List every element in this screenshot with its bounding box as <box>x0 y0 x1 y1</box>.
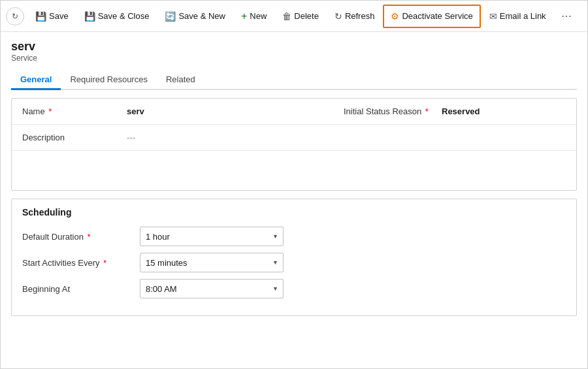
more-icon: ⋯ <box>561 10 572 22</box>
scheduling-section: Scheduling Default Duration * 1 hour 30 … <box>11 199 577 316</box>
description-value[interactable]: --- <box>127 133 344 142</box>
initial-status-required: * <box>425 106 429 116</box>
save-button[interactable]: 💾 Save <box>28 5 76 28</box>
beginning-at-wrapper: 8:00 AM 9:00 AM 7:00 AM <box>140 279 284 298</box>
save-close-button[interactable]: 💾 Save & Close <box>77 5 157 28</box>
description-row: Description --- <box>12 125 576 151</box>
beginning-at-select[interactable]: 8:00 AM 9:00 AM 7:00 AM <box>140 279 284 298</box>
start-activities-required: * <box>103 258 106 268</box>
beginning-at-label: Beginning At <box>22 284 140 294</box>
new-label: New <box>250 11 267 21</box>
save-new-icon: 🔄 <box>165 11 176 22</box>
deactivate-icon: ⚙ <box>391 11 399 22</box>
start-activities-label: Start Activities Every * <box>22 258 140 268</box>
deactivate-label: Deactivate Service <box>402 11 472 21</box>
default-duration-required: * <box>88 232 91 242</box>
save-close-icon: 💾 <box>84 11 95 22</box>
default-duration-row: Default Duration * 1 hour 30 minutes 2 h… <box>22 227 566 246</box>
record-title: serv Service <box>11 40 577 69</box>
save-new-label: Save & New <box>178 11 225 21</box>
scheduling-title: Scheduling <box>22 207 566 217</box>
name-required-indicator: * <box>48 106 52 116</box>
save-close-label: Save & Close <box>98 11 150 21</box>
name-row: Name * serv Initial Status Reason * Rese… <box>12 99 576 125</box>
default-duration-select[interactable]: 1 hour 30 minutes 2 hours 4 hours <box>140 227 284 246</box>
refresh-label: Refresh <box>345 11 375 21</box>
tabs: General Required Resources Related <box>11 71 577 90</box>
name-value[interactable]: serv <box>127 106 344 116</box>
delete-icon: 🗑 <box>282 11 291 22</box>
initial-status-label: Initial Status Reason * <box>344 106 442 116</box>
start-activities-wrapper: 15 minutes 30 minutes 1 hour <box>140 253 284 272</box>
spacer-row <box>12 151 576 190</box>
start-activities-select[interactable]: 15 minutes 30 minutes 1 hour <box>140 253 284 272</box>
new-button[interactable]: + New <box>234 5 274 28</box>
tab-related[interactable]: Related <box>157 71 204 90</box>
default-duration-wrapper: 1 hour 30 minutes 2 hours 4 hours <box>140 227 284 246</box>
name-label: Name * <box>22 106 127 116</box>
description-label: Description <box>22 133 127 142</box>
back-icon: ↻ <box>12 12 18 21</box>
back-button[interactable]: ↻ <box>6 7 24 25</box>
default-duration-label: Default Duration * <box>22 232 140 242</box>
save-new-button[interactable]: 🔄 Save & New <box>157 5 233 28</box>
save-label: Save <box>49 11 69 21</box>
start-activities-row: Start Activities Every * 15 minutes 30 m… <box>22 253 566 272</box>
tab-required-resources[interactable]: Required Resources <box>61 71 157 90</box>
email-link-label: Email a Link <box>500 11 546 21</box>
refresh-icon: ↻ <box>335 11 342 22</box>
initial-status-group: Initial Status Reason * Reserved <box>344 106 566 116</box>
delete-label: Delete <box>294 11 319 21</box>
general-form-section: Name * serv Initial Status Reason * Rese… <box>11 98 577 191</box>
app-frame: ↻ 💾 Save 💾 Save & Close 🔄 Save & New + N… <box>0 0 588 369</box>
refresh-button[interactable]: ↻ Refresh <box>327 5 382 28</box>
delete-button[interactable]: 🗑 Delete <box>275 5 326 28</box>
content: serv Service General Required Resources … <box>1 32 587 368</box>
beginning-at-row: Beginning At 8:00 AM 9:00 AM 7:00 AM <box>22 279 566 298</box>
tab-general[interactable]: General <box>11 71 61 90</box>
toolbar: ↻ 💾 Save 💾 Save & Close 🔄 Save & New + N… <box>1 1 587 32</box>
deactivate-button[interactable]: ⚙ Deactivate Service <box>383 5 480 28</box>
initial-status-value[interactable]: Reserved <box>442 106 480 116</box>
email-link-icon: ✉ <box>489 11 497 22</box>
email-link-button[interactable]: ✉ Email a Link <box>482 5 553 28</box>
record-type: Service <box>11 54 577 63</box>
record-name: serv <box>11 40 577 54</box>
more-button[interactable]: ⋯ <box>556 7 577 25</box>
new-icon: + <box>241 10 247 22</box>
save-icon: 💾 <box>35 11 46 22</box>
